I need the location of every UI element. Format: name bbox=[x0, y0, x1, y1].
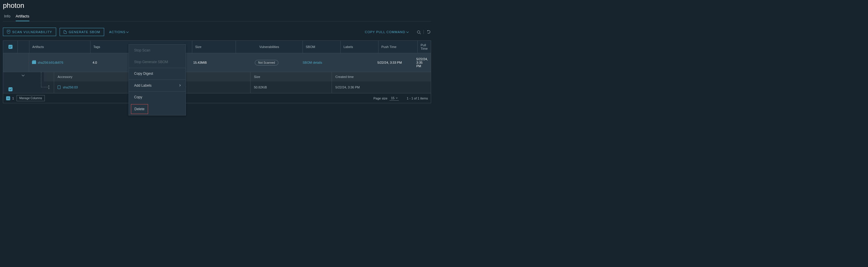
tree-line-icon bbox=[41, 87, 49, 87]
header-labels[interactable]: Labels bbox=[341, 41, 378, 53]
accessory-created: 5/22/24, 3:36 PM bbox=[332, 82, 431, 93]
more-actions-button[interactable] bbox=[49, 86, 50, 89]
search-icon bbox=[417, 31, 420, 33]
delete-item[interactable]: Delete bbox=[131, 104, 148, 114]
actions-dropdown: Stop Scan Stop Generate SBOM Copy Digest… bbox=[129, 44, 186, 116]
tab-artifacts[interactable]: Artifacts bbox=[16, 12, 29, 21]
pagination-info: 1 - 1 of 1 items bbox=[407, 96, 428, 100]
stop-generate-sbom-item: Stop Generate SBOM bbox=[129, 56, 186, 68]
table-header: Artifacts Tags Size Vulnerabilities SBOM… bbox=[3, 41, 431, 53]
toolbar: SCAN VULNERABILITY GENERATE SBOM ACTIONS… bbox=[3, 22, 431, 40]
table-row[interactable]: sha256:b91db876 4.0 15.43MiB Not Scanned… bbox=[3, 53, 431, 72]
actions-label: ACTIONS bbox=[109, 30, 125, 34]
generate-sbom-button[interactable]: GENERATE SBOM bbox=[60, 28, 104, 36]
generate-sbom-label: GENERATE SBOM bbox=[69, 30, 100, 34]
scan-vuln-label: SCAN VULNERABILITY bbox=[12, 30, 52, 34]
manage-columns-button[interactable]: Manage Columns bbox=[17, 95, 44, 101]
copy-digest-item[interactable]: Copy Digest bbox=[129, 68, 186, 80]
copy-item[interactable]: Copy bbox=[129, 91, 186, 103]
header-push-time[interactable]: Push Time bbox=[378, 41, 418, 53]
chevron-right-icon bbox=[179, 84, 181, 86]
accessory-digest-link[interactable]: sha256:03 bbox=[63, 86, 78, 89]
size-value: 15.43MiB bbox=[190, 53, 233, 72]
row-checkbox[interactable] bbox=[8, 87, 12, 91]
copy-pull-label: COPY PULL COMMAND bbox=[365, 30, 405, 34]
page-size-value: 15 bbox=[391, 96, 395, 100]
sbom-details-link[interactable]: SBOM details bbox=[303, 61, 322, 64]
artifacts-table: Artifacts Tags Size Vulnerabilities SBOM… bbox=[3, 40, 431, 103]
page-size-select[interactable]: 15 bbox=[390, 96, 399, 101]
refresh-button[interactable] bbox=[426, 29, 431, 34]
accessory-subtable: Accessory Type Size Created time sha256:… bbox=[3, 72, 431, 93]
header-size[interactable]: Size bbox=[250, 72, 332, 82]
tab-info[interactable]: Info bbox=[4, 12, 10, 21]
search-button[interactable] bbox=[416, 30, 421, 34]
accessory-size: 50.82KiB bbox=[250, 82, 332, 93]
refresh-icon bbox=[427, 30, 430, 33]
expand-row-button[interactable] bbox=[22, 73, 25, 77]
selected-count: 1 bbox=[12, 96, 14, 100]
header-size[interactable]: Size bbox=[192, 41, 236, 53]
artifact-digest-link[interactable]: sha256:b91db876 bbox=[37, 61, 63, 64]
chevron-down-icon bbox=[396, 97, 398, 98]
header-sbom[interactable]: SBOM bbox=[303, 41, 341, 53]
docker-icon bbox=[32, 61, 36, 64]
page-title: photon bbox=[3, 0, 431, 12]
doc-icon bbox=[58, 86, 61, 89]
vulnerability-status: Not Scanned bbox=[255, 60, 279, 65]
select-partial-checkbox[interactable] bbox=[6, 96, 10, 100]
select-all-checkbox[interactable] bbox=[8, 45, 12, 49]
doc-icon bbox=[64, 30, 67, 34]
shield-icon bbox=[7, 30, 10, 34]
page-size-label: Page size bbox=[373, 96, 388, 100]
copy-pull-command-button[interactable]: COPY PULL COMMAND bbox=[363, 28, 409, 36]
stop-scan-item: Stop Scan bbox=[129, 44, 186, 56]
table-footer: 1 Manage Columns Page size 15 1 - 1 of 1… bbox=[3, 93, 431, 103]
chevron-down-icon bbox=[126, 30, 129, 33]
actions-button[interactable]: ACTIONS bbox=[107, 28, 130, 36]
header-pull-time[interactable]: Pull Time bbox=[418, 41, 431, 53]
push-time-value: 5/22/24, 3:33 PM bbox=[375, 53, 414, 72]
tabs: Info Artifacts bbox=[3, 12, 431, 22]
scan-vulnerability-button[interactable]: SCAN VULNERABILITY bbox=[3, 28, 56, 36]
header-created-time[interactable]: Created time bbox=[332, 72, 431, 82]
accessory-row[interactable]: sha256:03 sbom.harbor 50.82KiB 5/22/24, … bbox=[44, 82, 431, 93]
add-labels-item[interactable]: Add Labels bbox=[129, 80, 186, 91]
header-vulnerabilities[interactable]: Vulnerabilities bbox=[236, 41, 303, 53]
chevron-down-icon bbox=[406, 30, 408, 33]
add-labels-label: Add Labels bbox=[134, 84, 152, 88]
header-artifacts[interactable]: Artifacts bbox=[29, 41, 90, 53]
pull-time-value: 5/22/24, 3:35 PM bbox=[413, 53, 431, 72]
tree-line-icon bbox=[41, 72, 41, 87]
